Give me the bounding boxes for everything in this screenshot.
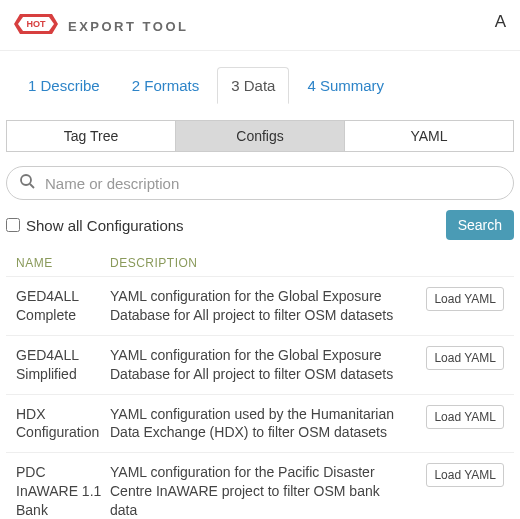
tab-data[interactable]: 3 Data <box>217 67 289 104</box>
search-box <box>6 166 514 200</box>
config-description: YAML configuration for the Global Exposu… <box>110 346 418 384</box>
account-menu[interactable]: A <box>495 12 506 32</box>
svg-text:HOT: HOT <box>27 19 47 29</box>
svg-point-3 <box>21 175 31 185</box>
col-header-description: DESCRIPTION <box>110 256 418 270</box>
load-yaml-button[interactable]: Load YAML <box>426 346 504 370</box>
hot-logo-icon: HOT <box>14 10 58 42</box>
subtab-tag-tree[interactable]: Tag Tree <box>7 121 176 151</box>
config-name: GED4ALL Complete <box>16 287 110 325</box>
tab-summary[interactable]: 4 Summary <box>293 67 398 104</box>
table-row: HDX Configuration YAML configuration use… <box>6 395 514 454</box>
table-row: GED4ALL Simplified YAML configuration fo… <box>6 336 514 395</box>
search-wrap <box>6 166 514 200</box>
search-icon <box>19 173 35 193</box>
tab-formats[interactable]: 2 Formats <box>118 67 214 104</box>
search-button[interactable]: Search <box>446 210 514 240</box>
subtab-yaml[interactable]: YAML <box>345 121 513 151</box>
showall-label: Show all Configurations <box>26 217 184 234</box>
config-name: HDX Configuration <box>16 405 110 443</box>
configs-table: NAME DESCRIPTION GED4ALL Complete YAML c… <box>6 250 514 519</box>
showall-checkbox[interactable] <box>6 218 20 232</box>
svg-line-4 <box>30 184 34 188</box>
showall-label-wrap[interactable]: Show all Configurations <box>6 217 184 234</box>
app-header: HOT EXPORT TOOL A <box>0 0 520 51</box>
load-yaml-button[interactable]: Load YAML <box>426 405 504 429</box>
table-row: PDC InAWARE 1.1 Bank YAML configuration … <box>6 453 514 519</box>
app-title: EXPORT TOOL <box>68 19 188 34</box>
col-header-name: NAME <box>16 256 110 270</box>
col-header-action <box>418 256 504 270</box>
config-description: YAML configuration for the Pacific Disas… <box>110 463 418 519</box>
table-row: GED4ALL Complete YAML configuration for … <box>6 277 514 336</box>
data-subtabs: Tag Tree Configs YAML <box>6 120 514 152</box>
load-yaml-button[interactable]: Load YAML <box>426 463 504 487</box>
config-name: GED4ALL Simplified <box>16 346 110 384</box>
showall-row: Show all Configurations Search <box>6 210 514 240</box>
brand-logo: HOT EXPORT TOOL <box>14 10 188 42</box>
subtab-configs[interactable]: Configs <box>176 121 345 151</box>
config-description: YAML configuration for the Global Exposu… <box>110 287 418 325</box>
config-description: YAML configuration used by the Humanitar… <box>110 405 418 443</box>
config-name: PDC InAWARE 1.1 Bank <box>16 463 110 519</box>
search-input[interactable] <box>45 175 501 192</box>
wizard-tabs: 1 Describe 2 Formats 3 Data 4 Summary <box>0 51 520 104</box>
load-yaml-button[interactable]: Load YAML <box>426 287 504 311</box>
table-header: NAME DESCRIPTION <box>6 250 514 277</box>
tab-describe[interactable]: 1 Describe <box>14 67 114 104</box>
